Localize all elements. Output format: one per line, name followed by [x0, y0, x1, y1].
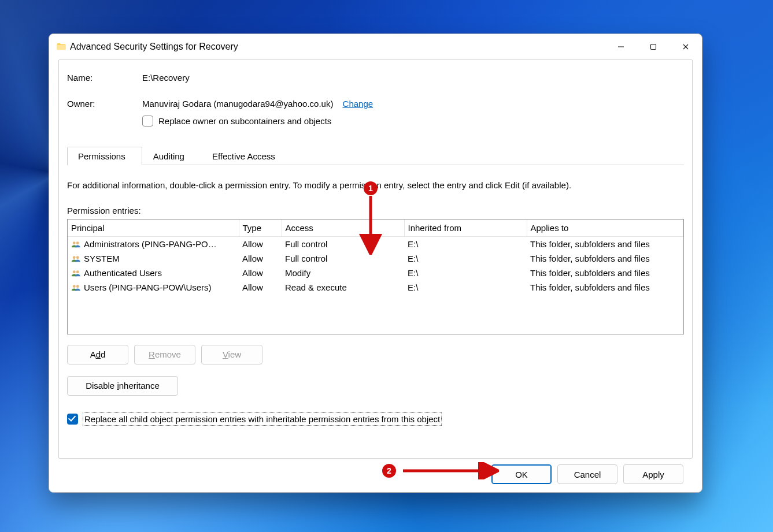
dialog-footer: 2 OK Cancel Apply — [58, 459, 693, 484]
permissions-info: For additional information, double-click… — [67, 179, 684, 192]
cell-inherited: E:\ — [404, 266, 527, 280]
permission-row[interactable]: Users (PING-PANG-POW\Users)AllowRead & e… — [68, 280, 683, 295]
minimize-button[interactable] — [605, 34, 637, 59]
remove-button[interactable]: Remove — [134, 345, 195, 364]
name-value: E:\Recovery — [142, 73, 190, 83]
col-type[interactable]: Type — [239, 220, 282, 237]
cell-principal: Authenticated Users — [84, 268, 162, 278]
user-group-icon — [71, 255, 82, 263]
cell-type: Allow — [239, 236, 282, 251]
cell-type: Allow — [239, 280, 282, 295]
cancel-button[interactable]: Cancel — [557, 464, 617, 484]
svg-point-8 — [76, 285, 79, 288]
svg-point-6 — [76, 270, 79, 273]
window-title: Advanced Security Settings for Recovery — [70, 42, 605, 52]
name-label: Name: — [67, 73, 142, 83]
maximize-button[interactable] — [637, 34, 670, 59]
svg-rect-0 — [651, 44, 656, 50]
cell-applies: This folder, subfolders and files — [527, 251, 683, 266]
user-group-icon — [71, 284, 82, 292]
cell-access: Modify — [282, 266, 404, 280]
user-group-icon — [71, 269, 82, 277]
disable-inheritance-button[interactable]: Disable inheritance — [67, 376, 178, 396]
permission-row[interactable]: SYSTEMAllowFull controlE:\This folder, s… — [68, 251, 683, 266]
permission-entries-grid[interactable]: Principal Type Access Inherited from App… — [67, 219, 684, 334]
permission-row[interactable]: Authenticated UsersAllowModifyE:\This fo… — [68, 266, 683, 280]
cell-principal: SYSTEM — [84, 254, 120, 263]
cell-inherited: E:\ — [404, 236, 527, 251]
window-controls — [605, 34, 702, 59]
permission-row[interactable]: Administrators (PING-PANG-PO…AllowFull c… — [68, 236, 683, 251]
replace-owner-checkbox[interactable] — [142, 116, 153, 127]
replace-child-label: Replace all child object permission entr… — [83, 413, 441, 425]
tabs: Permissions Auditing Effective Access — [67, 146, 684, 165]
col-applies[interactable]: Applies to — [527, 220, 683, 237]
owner-label: Owner: — [67, 99, 142, 127]
advanced-security-window: Advanced Security Settings for Recovery … — [49, 34, 702, 493]
tab-permissions[interactable]: Permissions — [67, 147, 142, 165]
change-owner-link[interactable]: Change — [343, 99, 373, 109]
cell-principal: Administrators (PING-PANG-PO… — [84, 239, 217, 249]
user-group-icon — [71, 240, 82, 248]
apply-button[interactable]: Apply — [623, 464, 683, 484]
svg-point-7 — [73, 285, 76, 288]
col-access[interactable]: Access — [282, 220, 404, 237]
tab-auditing[interactable]: Auditing — [142, 147, 201, 165]
col-inherited[interactable]: Inherited from — [404, 220, 527, 237]
cell-principal: Users (PING-PANG-POW\Users) — [84, 282, 212, 292]
close-button[interactable] — [670, 34, 702, 59]
titlebar: Advanced Security Settings for Recovery — [49, 34, 702, 59]
col-principal[interactable]: Principal — [68, 220, 239, 237]
svg-point-3 — [73, 256, 76, 259]
replace-child-checkbox[interactable] — [67, 414, 78, 425]
column-headers[interactable]: Principal Type Access Inherited from App… — [68, 220, 683, 237]
cell-applies: This folder, subfolders and files — [527, 266, 683, 280]
ok-button[interactable]: OK — [491, 464, 552, 484]
view-button[interactable]: View — [201, 345, 262, 364]
svg-point-1 — [73, 241, 76, 244]
cell-inherited: E:\ — [404, 251, 527, 266]
svg-point-2 — [76, 241, 79, 244]
svg-point-5 — [73, 270, 76, 273]
cell-type: Allow — [239, 251, 282, 266]
cell-inherited: E:\ — [404, 280, 527, 295]
annotation-arrow-2 — [395, 462, 499, 479]
permission-entries-label: Permission entries: — [67, 206, 684, 215]
annotation-badge-2: 2 — [382, 464, 396, 478]
owner-value: Manuviraj Godara (manugodara94@yahoo.co.… — [142, 99, 333, 109]
add-button[interactable]: Add — [67, 345, 128, 364]
cell-applies: This folder, subfolders and files — [527, 280, 683, 295]
svg-point-4 — [76, 256, 79, 259]
cell-access: Full control — [282, 236, 404, 251]
cell-access: Read & execute — [282, 280, 404, 295]
tab-effective-access[interactable]: Effective Access — [201, 147, 292, 165]
cell-type: Allow — [239, 266, 282, 280]
replace-owner-label: Replace owner on subcontainers and objec… — [158, 116, 331, 126]
cell-applies: This folder, subfolders and files — [527, 236, 683, 251]
folder-icon — [56, 42, 66, 52]
cell-access: Full control — [282, 251, 404, 266]
tab-pane-permissions: For additional information, double-click… — [67, 165, 684, 449]
